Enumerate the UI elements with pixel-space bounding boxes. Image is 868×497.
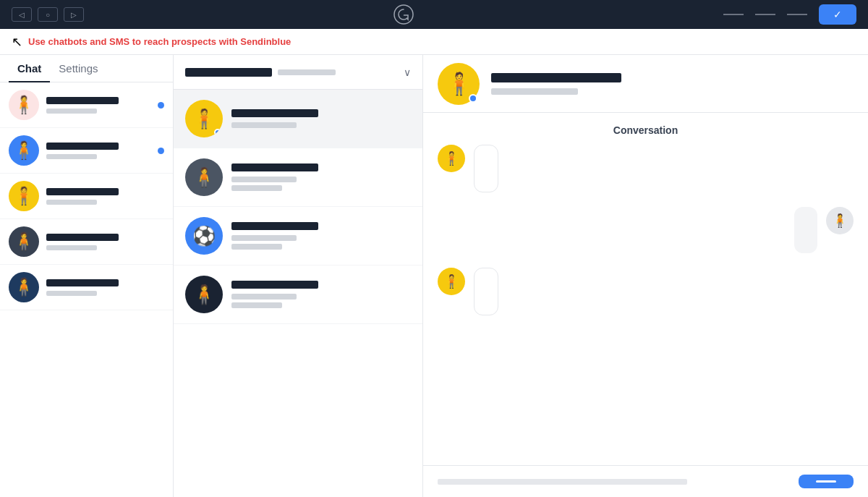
conversation-item[interactable]: 🧍 <box>174 148 422 207</box>
promo-banner: ↖ Use chatbots and SMS to reach prospect… <box>0 29 868 55</box>
conversation-item[interactable]: ⚽ <box>174 207 422 266</box>
conv-msg-bar2 <box>231 244 282 250</box>
svg-point-0 <box>394 5 413 24</box>
conv-avatar: 🧍 <box>185 100 223 137</box>
message-bubble-sent <box>794 207 817 253</box>
person-icon: 🧍 <box>13 142 35 159</box>
conv-avatar: 🧍 <box>185 158 223 196</box>
filter-bar <box>185 68 272 77</box>
conversation-item[interactable]: 🧍 <box>174 90 422 148</box>
conv-name-bar <box>231 163 318 171</box>
message-avatar-self: 🧍 <box>826 207 854 234</box>
maximize-icon[interactable] <box>755 14 775 15</box>
user-status-bar <box>491 88 578 95</box>
unread-dot <box>158 102 164 109</box>
conv-msg-bar <box>231 122 297 128</box>
window-btn-2[interactable]: ○ <box>38 7 58 22</box>
person-icon: 🧍 <box>443 273 459 289</box>
conv-msg-bar2 <box>231 302 282 308</box>
confirm-button[interactable]: ✓ <box>819 4 856 25</box>
search-bar <box>278 69 336 75</box>
messages-area: Conversation 🧍 🧍 <box>423 113 868 465</box>
contact-info <box>46 234 164 250</box>
online-indicator <box>214 129 221 136</box>
list-item[interactable]: 🧍 <box>0 128 173 174</box>
list-item[interactable]: 🧍 <box>0 265 173 310</box>
conversation-title: Conversation <box>438 113 854 145</box>
contact-sub-bar <box>46 109 97 114</box>
contact-info <box>46 97 150 114</box>
sidebar: Chat Settings 🧍 🧍 <box>0 55 174 497</box>
message-row-incoming: 🧍 <box>438 268 854 315</box>
titlebar-logo-area <box>393 4 414 25</box>
conv-text <box>231 109 411 128</box>
tab-settings[interactable]: Settings <box>50 55 106 82</box>
chat-panel: 🧍 Conversation 🧍 <box>423 55 868 497</box>
conv-avatar: 🧍 <box>185 276 223 313</box>
conv-text <box>231 222 411 250</box>
person-icon: ⚽ <box>192 225 216 247</box>
person-icon: 🧍 <box>446 71 472 96</box>
contact-name-bar <box>46 279 119 286</box>
main-content: Chat Settings 🧍 🧍 <box>0 55 868 497</box>
person-icon: 🧍 <box>13 233 35 250</box>
list-item[interactable]: 🧍 <box>0 174 173 219</box>
message-avatar: 🧍 <box>438 268 465 295</box>
minimize-icon[interactable] <box>723 14 744 15</box>
avatar: 🧍 <box>9 226 39 257</box>
middle-header: ∨ <box>174 55 422 90</box>
send-button[interactable] <box>799 475 854 488</box>
tab-chat[interactable]: Chat <box>9 55 50 82</box>
conv-msg-bar <box>231 294 297 300</box>
list-item[interactable]: 🧍 <box>0 82 173 128</box>
titlebar-actions: ✓ <box>723 4 856 25</box>
person-icon: 🧍 <box>443 150 459 166</box>
message-avatar: 🧍 <box>438 145 465 172</box>
contact-name-bar <box>46 234 119 241</box>
conversation-list: 🧍 🧍 ⚽ <box>174 90 422 497</box>
sidebar-tabs: Chat Settings <box>0 55 173 82</box>
window-btn-3[interactable]: ▷ <box>64 7 84 22</box>
avatar: 🧍 <box>9 181 39 211</box>
conv-name-bar <box>231 281 318 289</box>
person-icon: 🧍 <box>13 96 35 114</box>
contact-info <box>46 188 164 205</box>
person-icon: 🧍 <box>13 187 35 205</box>
contact-info <box>46 143 150 159</box>
titlebar: ◁ ○ ▷ ✓ <box>0 0 868 29</box>
message-input[interactable] <box>438 479 687 485</box>
send-icon <box>816 480 836 483</box>
chevron-down-icon[interactable]: ∨ <box>404 67 411 78</box>
conv-name-bar <box>231 109 318 117</box>
person-icon: 🧍 <box>192 108 216 130</box>
avatar: 🧍 <box>9 135 39 166</box>
banner-text: Use chatbots and SMS to reach prospects … <box>28 36 291 47</box>
message-bubble <box>474 145 498 192</box>
list-item[interactable]: 🧍 <box>0 219 173 265</box>
search-area <box>185 68 336 77</box>
message-input-bar <box>423 465 868 497</box>
window-btn-1[interactable]: ◁ <box>12 7 32 22</box>
conversation-list-panel: ∨ 🧍 🧍 <box>174 55 423 497</box>
active-user-info <box>491 73 854 95</box>
avatar: 🧍 <box>9 90 39 120</box>
app-logo-icon <box>393 4 414 25</box>
close-icon[interactable] <box>787 14 807 15</box>
message-row-outgoing: 🧍 <box>438 207 854 253</box>
contact-sub-bar <box>46 291 97 296</box>
conv-name-bar <box>231 222 318 230</box>
unread-dot <box>158 148 164 154</box>
conversation-item[interactable]: 🧍 <box>174 266 422 324</box>
online-dot <box>469 94 477 103</box>
titlebar-window-controls: ◁ ○ ▷ <box>12 7 84 22</box>
active-user-avatar: 🧍 <box>438 63 480 105</box>
contact-name-bar <box>46 143 119 150</box>
conv-avatar: ⚽ <box>185 217 223 255</box>
conv-msg-bar <box>231 235 297 241</box>
person-icon: 🧍 <box>13 279 35 296</box>
conv-text <box>231 281 411 308</box>
conv-msg-bar2 <box>231 185 282 191</box>
contact-sub-bar <box>46 245 97 250</box>
user-name-bar <box>491 73 621 82</box>
contact-name-bar <box>46 97 119 104</box>
